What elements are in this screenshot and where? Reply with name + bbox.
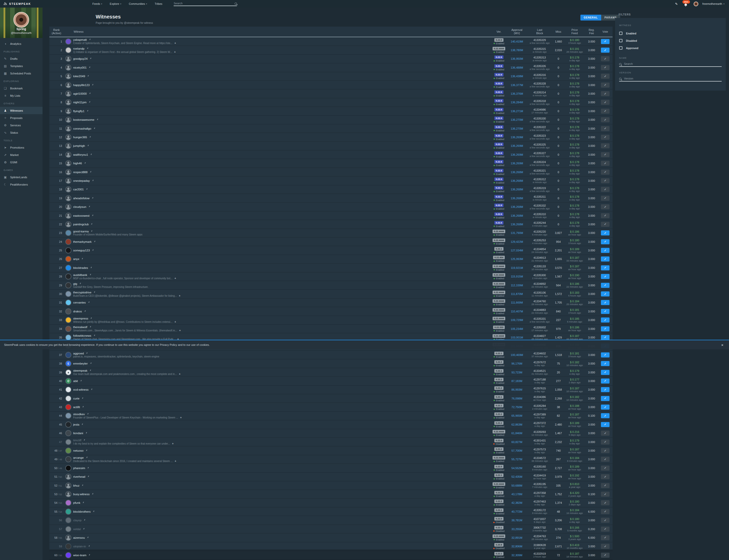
witness-name[interactable]: night11pm [73,101,87,104]
witness-avatar[interactable] [65,299,71,306]
close-icon[interactable]: × [721,343,723,347]
witness-name[interactable]: bostonawesome [73,118,94,122]
sidebar-item-analytics[interactable]: ◑Analytics [0,40,43,47]
external-link-icon[interactable] [90,153,93,156]
witness-approval[interactable]: 57,700M [507,449,527,452]
witness-name[interactable]: busy.witness [73,492,90,496]
nav-feeds[interactable]: Feeds▾ [92,2,102,5]
vote-button[interactable]: ✓ [601,326,610,331]
witness-name[interactable]: cervantes [73,301,86,304]
external-link-icon[interactable] [88,301,90,304]
expand-description-button[interactable]: + [180,416,181,419]
expand-description-button[interactable]: + [175,459,176,463]
witness-avatar[interactable] [65,404,71,410]
witness-name[interactable]: themarkymark [73,240,92,244]
witness-name[interactable]: followbtcnews [73,334,91,337]
witness-name[interactable]: ocd-witness [73,388,89,391]
vote-button[interactable]: ✓ [601,361,610,366]
external-link-icon[interactable] [90,266,93,270]
vote-button[interactable]: ✓ [601,439,610,445]
sidebar-item-status[interactable]: ∿Status [0,129,43,136]
witness-approval[interactable]: 136,268M [507,171,527,174]
external-link-icon[interactable] [85,431,88,435]
witness-name[interactable]: someguy123 [73,249,90,252]
witness-approval[interactable]: 136,377M [507,84,527,87]
witness-approval[interactable]: 38,781M [507,519,527,522]
witness-avatar[interactable] [65,500,71,506]
vote-button[interactable]: ✓ [601,291,610,296]
vote-button[interactable]: ✓ [601,544,610,549]
witness-avatar[interactable] [65,422,71,428]
external-link-icon[interactable] [82,501,85,505]
witness-name[interactable]: agirl10000 [73,92,87,95]
witness-approval[interactable]: 42,382M [507,501,527,504]
expand-description-button[interactable]: + [179,294,180,297]
witness-avatar[interactable] [65,186,71,192]
witness-name[interactable]: flyingfly1 [73,109,85,113]
witness-name[interactable]: blockbrothers [73,510,91,513]
witness-avatar[interactable] [65,65,71,71]
vote-button[interactable]: ✓ [601,170,610,175]
external-link-icon[interactable] [82,405,85,409]
external-link-icon[interactable] [91,196,94,200]
witness-approval[interactable]: 140,419M [507,40,527,43]
external-link-icon[interactable] [89,273,92,277]
witness-name[interactable]: coronashallgo [73,127,91,130]
vote-button[interactable]: ✓ [601,222,610,227]
witness-approval[interactable]: 136,269M [507,144,527,147]
filter-enabled-checkbox[interactable]: Enabled [619,30,722,37]
vote-button[interactable]: ✓ [601,474,610,479]
witness-approval[interactable]: 136,268M [507,179,527,182]
witness-approval[interactable]: 43,178M [507,493,527,496]
external-link-icon[interactable] [89,38,91,42]
witness-approval[interactable]: 136,268M [507,223,527,226]
external-link-icon[interactable] [81,397,84,400]
vote-button[interactable]: ✓ [601,265,610,270]
witness-name[interactable]: actifit [73,405,80,409]
external-link-icon[interactable] [81,257,84,261]
vote-button[interactable]: ✓ [601,65,610,70]
witness-avatar[interactable] [65,282,71,288]
witness-approval[interactable]: 136,270M [507,118,527,121]
vote-button[interactable]: ✓ [601,527,610,532]
external-link-icon[interactable] [89,325,92,329]
witness-approval[interactable]: 119,921M [507,266,527,269]
witness-approval[interactable]: 65,965M [507,414,527,417]
vote-button[interactable]: ✓ [601,109,610,114]
witness-avatar[interactable] [65,308,71,314]
witness-avatar[interactable] [65,204,71,210]
external-link-icon[interactable] [90,317,93,320]
external-link-icon[interactable] [89,135,92,139]
external-link-icon[interactable] [85,449,88,452]
external-link-icon[interactable] [92,510,95,513]
witness-avatar[interactable] [65,517,71,523]
witness-name[interactable]: liondani [73,431,83,435]
external-link-icon[interactable] [92,179,94,183]
witness-avatar[interactable] [65,213,71,219]
witness-name[interactable]: gtg [73,282,77,286]
external-link-icon[interactable] [92,249,94,252]
external-link-icon[interactable] [91,492,94,496]
witness-avatar[interactable] [65,56,71,62]
vote-button[interactable]: ✓ [601,509,610,514]
witness-name[interactable]: aggroed [73,352,84,355]
witness-avatar[interactable] [65,543,71,549]
witness-approval[interactable]: 136,376M [507,92,527,95]
external-link-icon[interactable] [79,282,82,286]
witness-approval[interactable]: 62,863M [507,423,527,426]
witness-name[interactable]: timcliff [73,438,81,442]
witness-name[interactable]: nicetry001 [73,66,87,69]
expand-description-button[interactable]: + [179,329,181,332]
witness-name[interactable]: pfunk [73,501,80,505]
witness-approval[interactable]: 93,723M [507,371,527,374]
witness-avatar[interactable] [65,456,71,462]
witness-avatar[interactable] [65,273,71,279]
external-link-icon[interactable] [86,109,89,113]
general-toggle-button[interactable]: GENERAL [580,15,601,21]
external-link-icon[interactable] [88,66,91,69]
sidebar-item-witnesses[interactable]: ♟Witnesses [0,107,43,114]
witness-avatar[interactable] [65,265,71,271]
witness-name[interactable]: pharesim [73,466,85,470]
witness-approval[interactable]: 136,268M [507,205,527,208]
witness-avatar[interactable] [65,430,71,436]
